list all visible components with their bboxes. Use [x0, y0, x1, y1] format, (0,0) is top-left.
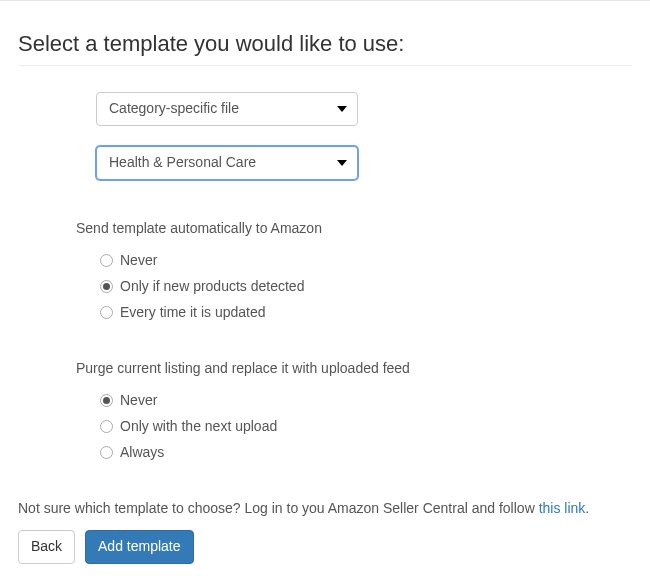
radio-icon	[100, 394, 113, 407]
form-container: Select a template you would like to use:…	[0, 1, 650, 582]
radio-label: Only if new products detected	[120, 278, 304, 294]
page-title: Select a template you would like to use:	[18, 31, 632, 66]
radio-icon	[100, 446, 113, 459]
send-option-never[interactable]: Never	[100, 252, 632, 268]
radio-label: Every time it is updated	[120, 304, 266, 320]
chevron-down-icon	[337, 160, 347, 166]
purge-option-never[interactable]: Never	[100, 392, 632, 408]
purge-section-label: Purge current listing and replace it wit…	[76, 360, 632, 376]
category-value: Health & Personal Care	[109, 154, 256, 170]
purge-option-always[interactable]: Always	[100, 444, 632, 460]
helper-text: Not sure which template to choose? Log i…	[18, 500, 632, 516]
send-section-label: Send template automatically to Amazon	[76, 220, 632, 236]
radio-label: Never	[120, 392, 157, 408]
helper-after: .	[585, 500, 589, 516]
category-select-wrap: Health & Personal Care	[96, 146, 358, 180]
radio-icon	[100, 254, 113, 267]
helper-before: Not sure which template to choose? Log i…	[18, 500, 539, 516]
template-type-select[interactable]: Category-specific file	[96, 92, 358, 126]
template-type-select-wrap: Category-specific file	[96, 92, 358, 126]
button-row: Back Add template	[18, 530, 632, 564]
back-button[interactable]: Back	[18, 530, 75, 564]
purge-radio-group: Never Only with the next upload Always	[100, 392, 632, 460]
template-type-value: Category-specific file	[109, 100, 239, 116]
radio-icon	[100, 420, 113, 433]
radio-label: Always	[120, 444, 164, 460]
helper-link[interactable]: this link	[539, 500, 586, 516]
send-radio-group: Never Only if new products detected Ever…	[100, 252, 632, 320]
purge-option-next-upload[interactable]: Only with the next upload	[100, 418, 632, 434]
select-area: Category-specific file Health & Personal…	[96, 92, 632, 180]
add-template-button[interactable]: Add template	[85, 530, 194, 564]
category-select[interactable]: Health & Personal Care	[96, 146, 358, 180]
send-option-new-products[interactable]: Only if new products detected	[100, 278, 632, 294]
radio-icon	[100, 280, 113, 293]
chevron-down-icon	[337, 106, 347, 112]
radio-icon	[100, 306, 113, 319]
send-option-every-update[interactable]: Every time it is updated	[100, 304, 632, 320]
radio-label: Only with the next upload	[120, 418, 277, 434]
radio-label: Never	[120, 252, 157, 268]
